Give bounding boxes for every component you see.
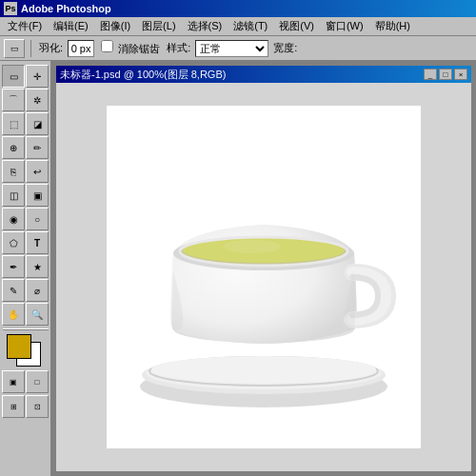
tea-cup-illustration [121, 125, 407, 429]
tool-heal[interactable]: ⊕ [2, 136, 25, 159]
foreground-color-swatch[interactable] [7, 334, 31, 359]
extra-tools-row-2: ⊞ ⊡ [2, 395, 49, 418]
tool-stamp[interactable]: ⎘ [2, 160, 25, 183]
app-icon: Ps [4, 2, 17, 15]
extra-tools-row: ▣ □ [2, 370, 49, 393]
canvas-area: 未标器-1.psd @ 100%(图层 8,RGB) _ □ × [51, 61, 476, 476]
style-select[interactable]: 正常 固定长宽比 固定大小 [195, 40, 268, 57]
tool-row-11: ✋ 🔍 [2, 303, 49, 326]
menu-filter[interactable]: 滤镜(T) [228, 17, 273, 35]
tool-separator [3, 328, 49, 330]
tool-row-7: ◉ ○ [2, 208, 49, 230]
style-label: 样式: [167, 41, 190, 55]
tool-imageready[interactable]: ⊞ [2, 395, 25, 418]
menu-select[interactable]: 选择(S) [182, 17, 228, 35]
tool-row-1: ▭ ✛ [2, 65, 49, 88]
feather-label: 羽化: [39, 41, 63, 55]
tool-row-9: ✒ ★ [2, 255, 49, 278]
document-title: 未标器-1.psd @ 100%(图层 8,RGB) [60, 68, 226, 82]
tools-panel: ▭ ✛ ⌒ ✲ ⬚ ◪ ⊕ ✏ ⎘ ↩ ◫ ▣ ◉ ○ [0, 61, 51, 476]
menu-view[interactable]: 视图(V) [273, 17, 320, 35]
menu-help[interactable]: 帮助(H) [369, 17, 416, 35]
tool-row-3: ⬚ ◪ [2, 112, 49, 135]
doc-maximize-button[interactable]: □ [439, 69, 452, 80]
antialiased-checkbox[interactable] [101, 40, 113, 52]
tool-shape[interactable]: ★ [26, 255, 49, 278]
app-title: Adobe Photoshop [21, 3, 111, 14]
menu-edit[interactable]: 编辑(E) [48, 17, 94, 35]
tool-marquee[interactable]: ▭ [2, 65, 25, 88]
tool-jump[interactable]: ⊡ [26, 395, 49, 418]
menu-bar: 文件(F) 编辑(E) 图像(I) 图层(L) 选择(S) 滤镜(T) 视图(V… [0, 17, 476, 36]
tool-row-6: ◫ ▣ [2, 184, 49, 207]
tool-row-5: ⎘ ↩ [2, 160, 49, 183]
color-swatch-area [3, 334, 49, 368]
tool-history-brush[interactable]: ↩ [26, 160, 49, 183]
antialiased-label: 消除锯齿 [99, 40, 160, 56]
toolbar-sep-1 [30, 40, 31, 57]
svg-point-5 [151, 356, 376, 383]
tool-pen[interactable]: ✒ [2, 255, 25, 278]
feather-input[interactable] [68, 40, 94, 57]
canvas [107, 106, 421, 448]
tool-slice[interactable]: ◪ [26, 112, 49, 135]
tool-eyedropper[interactable]: ⌀ [26, 279, 49, 302]
tool-brush[interactable]: ✏ [26, 136, 49, 159]
tool-dodge[interactable]: ○ [26, 208, 49, 230]
tool-screen-mode[interactable]: □ [26, 370, 49, 393]
document-titlebar[interactable]: 未标器-1.psd @ 100%(图层 8,RGB) _ □ × [56, 66, 471, 83]
tea-cup-svg [121, 129, 407, 425]
menu-file[interactable]: 文件(F) [2, 17, 48, 35]
tool-row-10: ✎ ⌀ [2, 279, 49, 302]
document-window-controls: _ □ × [424, 69, 467, 80]
svg-point-10 [224, 240, 281, 253]
menu-image[interactable]: 图像(I) [94, 17, 136, 35]
width-label: 宽度: [273, 41, 297, 55]
tool-path[interactable]: ⬠ [2, 231, 25, 254]
tool-row-2: ⌒ ✲ [2, 89, 49, 111]
tool-magic-wand[interactable]: ✲ [26, 89, 49, 111]
tool-zoom[interactable]: 🔍 [26, 303, 49, 326]
doc-minimize-button[interactable]: _ [424, 69, 437, 80]
main-area: ▭ ✛ ⌒ ✲ ⬚ ◪ ⊕ ✏ ⎘ ↩ ◫ ▣ ◉ ○ [0, 61, 476, 476]
tool-blur[interactable]: ◉ [2, 208, 25, 230]
tool-quick-mask[interactable]: ▣ [2, 370, 25, 393]
tool-row-8: ⬠ T [2, 231, 49, 254]
document-window: 未标器-1.psd @ 100%(图层 8,RGB) _ □ × [55, 65, 472, 472]
tool-gradient[interactable]: ▣ [26, 184, 49, 207]
tool-move[interactable]: ✛ [26, 65, 49, 88]
menu-window[interactable]: 窗口(W) [320, 17, 369, 35]
tool-lasso[interactable]: ⌒ [2, 89, 25, 111]
tool-notes[interactable]: ✎ [2, 279, 25, 302]
options-toolbar: ▭ 羽化: 消除锯齿 样式: 正常 固定长宽比 固定大小 宽度: [0, 36, 476, 61]
tool-eraser[interactable]: ◫ [2, 184, 25, 207]
tool-crop[interactable]: ⬚ [2, 112, 25, 135]
app-titlebar: Ps Adobe Photoshop [0, 0, 476, 17]
tool-hand[interactable]: ✋ [2, 303, 25, 326]
menu-layer[interactable]: 图层(L) [136, 17, 181, 35]
document-content [56, 83, 471, 471]
toolbar-rect-marquee[interactable]: ▭ [4, 39, 25, 58]
tool-row-4: ⊕ ✏ [2, 136, 49, 159]
doc-close-button[interactable]: × [454, 69, 467, 80]
tool-text[interactable]: T [26, 231, 49, 254]
